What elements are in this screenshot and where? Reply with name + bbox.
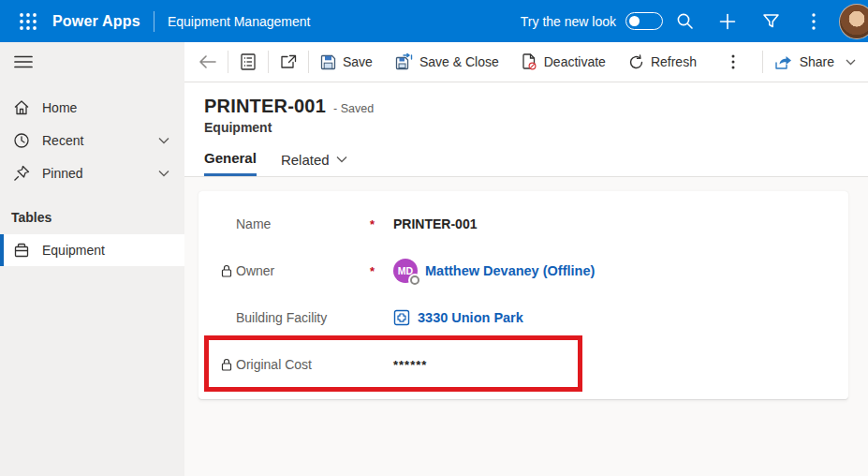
sidebar-item-label: Pinned [42,166,83,181]
field-label: Building Facility [236,310,370,325]
form-selector-button[interactable] [228,47,268,77]
sidebar-item-equipment[interactable]: Equipment [0,234,184,266]
refresh-icon [628,54,644,70]
back-button[interactable] [188,47,228,77]
field-label: Original Cost [236,357,370,372]
field-label: Owner [236,263,370,278]
field-row-name: Name * PRINTER-001 [199,201,848,247]
waffle-icon [19,12,37,31]
sidebar-item-label: Equipment [42,243,105,258]
required-marker: * [370,264,393,278]
lock-icon [221,264,232,277]
new-look-control: Try the new look [521,12,663,30]
power-apps-window: Power Apps Equipment Management Try the … [0,0,868,476]
search-icon [676,12,694,30]
sidebar-section-tables: Tables [0,189,184,234]
table-lookup-icon [393,309,410,326]
user-avatar[interactable] [839,4,868,39]
app-name[interactable]: Equipment Management [168,14,311,29]
chevron-down-icon [336,156,347,163]
sidebar-item-pinned[interactable]: Pinned [0,156,184,189]
chevron-down-icon [158,170,169,177]
filter-button[interactable] [749,0,792,42]
pinned-icon [13,165,30,182]
hamburger-icon [14,55,33,68]
tab-related[interactable]: Related [281,150,347,176]
field-row-building-facility: Building Facility 3330 Union Park [199,294,848,341]
search-button[interactable] [663,0,706,42]
chevron-down-icon [158,137,169,144]
refresh-button[interactable]: Refresh [617,47,708,77]
deactivate-label: Deactivate [544,54,606,69]
filter-icon [762,12,780,30]
share-icon [774,54,793,70]
field-value-original-cost[interactable]: ****** [393,358,848,372]
field-value-building-facility[interactable]: 3330 Union Park [393,309,848,326]
chevron-down-icon [846,59,856,66]
command-bar-more-button[interactable] [714,47,753,77]
form-section-card: Name * PRINTER-001 Owner * [199,191,848,399]
save-and-close-label: Save & Close [419,54,499,69]
owner-avatar: MD [393,259,418,283]
record-header: PRINTER-001 - Saved Equipment General Re… [184,82,868,177]
table-icon [13,242,30,259]
field-value-owner[interactable]: MD Matthew Devaney (Offline) [393,259,848,283]
save-label: Save [343,54,373,69]
deactivate-button[interactable]: Deactivate [510,47,617,77]
save-close-icon [395,53,413,70]
refresh-label: Refresh [651,54,697,69]
form-tabs: General Related [204,150,868,176]
toggle-knob [629,16,640,26]
main-pane: Save Save & Close [184,42,868,476]
field-row-original-cost: Original Cost ****** [199,341,848,388]
more-vertical-icon [731,54,735,69]
waffle-menu-button[interactable] [9,0,47,42]
save-button[interactable]: Save [309,47,384,77]
add-icon [718,12,737,31]
presence-offline-badge [410,275,419,285]
field-label: Name [236,216,370,231]
sitemap-sidebar: Home Recent Pinned [0,42,184,476]
sidebar-item-recent[interactable]: Recent [0,124,184,156]
share-button[interactable]: Share [763,47,838,77]
sitemap-collapse-button[interactable] [0,42,45,82]
save-icon [320,54,336,70]
form-body: Name * PRINTER-001 Owner * [184,177,868,476]
owner-link[interactable]: Matthew Devaney (Offline) [425,263,595,278]
record-title: PRINTER-001 [204,96,326,117]
lock-icon [221,358,232,371]
brand-title[interactable]: Power Apps [52,13,140,30]
record-entity-name: Equipment [204,120,868,135]
building-facility-link[interactable]: 3330 Union Park [418,310,523,325]
app-header: Power Apps Equipment Management Try the … [0,0,868,42]
masked-value: ****** [393,358,427,372]
header-divider [154,11,154,32]
add-button[interactable] [706,0,749,42]
command-bar: Save Save & Close [184,42,868,82]
share-label: Share [800,54,834,69]
sidebar-item-label: Home [42,100,77,115]
back-icon [199,55,216,68]
required-marker: * [370,217,393,231]
popout-icon [280,54,297,69]
popout-button[interactable] [269,47,308,77]
sidebar-item-label: Recent [42,133,83,148]
share-split-chevron[interactable] [838,47,862,77]
recent-icon [13,132,30,149]
tab-general[interactable]: General [204,150,257,176]
deactivate-icon [522,53,537,70]
sidebar-item-home[interactable]: Home [0,91,184,124]
header-more-button[interactable] [792,0,835,42]
tab-label: General [204,150,257,166]
tab-label: Related [281,152,330,168]
home-icon [13,99,30,116]
new-look-label: Try the new look [521,14,616,29]
save-and-close-button[interactable]: Save & Close [384,47,510,77]
field-row-owner: Owner * MD Matthew Devaney (Offline) [199,247,848,294]
form-icon [241,53,256,70]
field-value-name[interactable]: PRINTER-001 [393,216,848,231]
more-vertical-icon [812,13,816,30]
new-look-toggle[interactable] [625,12,663,30]
record-save-status: - Saved [333,102,374,115]
